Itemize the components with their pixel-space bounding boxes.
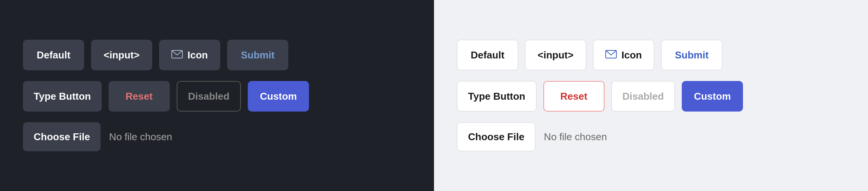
type-button-light[interactable]: Type Button [457, 81, 536, 112]
dark-row-1: Default <input> Icon Submit [23, 40, 411, 70]
submit-button-dark[interactable]: Submit [227, 40, 288, 70]
default-button-light[interactable]: Default [457, 40, 518, 70]
custom-button-dark[interactable]: Custom [248, 81, 309, 112]
type-button-dark[interactable]: Type Button [23, 81, 102, 112]
no-file-label-light: No file chosen [544, 131, 607, 143]
icon-button-dark[interactable]: Icon [159, 40, 220, 70]
input-button-dark[interactable]: <input> [91, 40, 152, 70]
disabled-button-light[interactable]: Disabled [611, 81, 675, 112]
disabled-button-dark[interactable]: Disabled [177, 81, 241, 112]
input-button-light[interactable]: <input> [525, 40, 586, 70]
choose-file-button-light[interactable]: Choose File [457, 122, 535, 151]
custom-button-light[interactable]: Custom [682, 81, 743, 112]
submit-button-light[interactable]: Submit [661, 40, 722, 70]
envelope-icon-light [605, 49, 617, 61]
default-button-dark[interactable]: Default [23, 40, 84, 70]
choose-file-button-dark[interactable]: Choose File [23, 122, 101, 151]
light-row-2: Type Button Reset Disabled Custom [457, 81, 845, 112]
reset-button-dark[interactable]: Reset [109, 81, 170, 112]
light-file-row: Choose File No file chosen [457, 122, 845, 151]
envelope-icon [171, 49, 183, 61]
icon-button-light[interactable]: Icon [593, 40, 654, 70]
light-panel: Default <input> Icon Submit Type Button … [434, 0, 868, 191]
dark-panel: Default <input> Icon Submit Type Button … [0, 0, 434, 191]
light-row-1: Default <input> Icon Submit [457, 40, 845, 70]
reset-button-light[interactable]: Reset [543, 81, 605, 112]
no-file-label-dark: No file chosen [109, 131, 172, 143]
dark-row-2: Type Button Reset Disabled Custom [23, 81, 411, 112]
dark-file-row: Choose File No file chosen [23, 122, 411, 151]
